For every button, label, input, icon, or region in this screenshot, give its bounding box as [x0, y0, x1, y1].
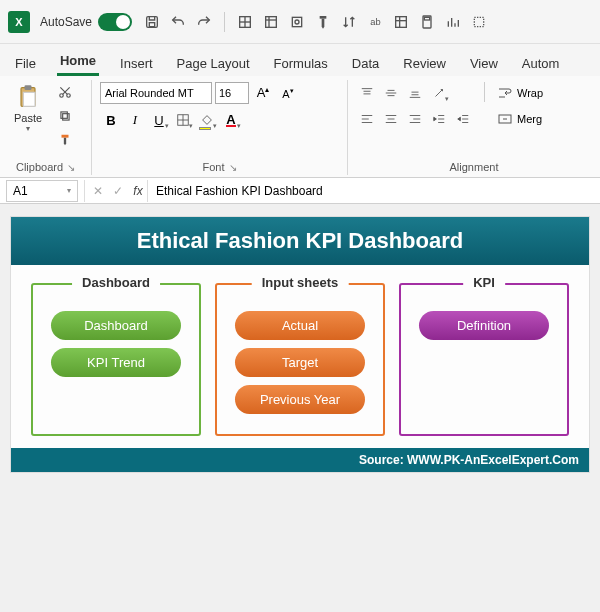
align-middle-button[interactable]	[380, 82, 402, 104]
autosave-toggle[interactable]	[98, 13, 132, 31]
svg-rect-11	[396, 16, 407, 27]
align-center-icon	[384, 112, 398, 126]
bucket-icon	[200, 113, 214, 127]
border-icon	[176, 113, 190, 127]
fill-color-button[interactable]: ▾	[196, 109, 218, 131]
tab-page-layout[interactable]: Page Layout	[174, 51, 253, 76]
borders-button[interactable]: ▾	[172, 109, 194, 131]
format-painter-button[interactable]	[54, 130, 76, 150]
orientation-icon	[432, 86, 446, 100]
align-right-icon	[408, 112, 422, 126]
ribbon-group-font: A▴ A▾ B I U▾ ▾ ▾ A▾ Font↘	[92, 80, 348, 175]
align-top-icon	[360, 86, 374, 100]
redo-icon[interactable]	[194, 12, 214, 32]
borders-icon[interactable]	[235, 12, 255, 32]
pill-kpi-trend[interactable]: KPI Trend	[51, 348, 181, 377]
underline-button[interactable]: U▾	[148, 109, 170, 131]
ribbon: Paste ▾ Clipboard↘ A▴ A▾ B I U▾ ▾	[0, 76, 600, 178]
tab-formulas[interactable]: Formulas	[271, 51, 331, 76]
excel-app-icon: X	[8, 11, 30, 33]
tab-review[interactable]: Review	[400, 51, 449, 76]
pill-definition[interactable]: Definition	[419, 311, 549, 340]
align-center-button[interactable]	[380, 108, 402, 130]
orientation-button[interactable]: ▾	[428, 82, 450, 104]
paste-button[interactable]: Paste ▾	[8, 82, 48, 133]
svg-rect-22	[25, 85, 32, 90]
table-icon[interactable]	[391, 12, 411, 32]
cancel-formula-button[interactable]: ✕	[89, 180, 107, 202]
clipboard-group-label: Clipboard	[16, 161, 63, 173]
decrease-font-button[interactable]: A▾	[277, 82, 299, 104]
panel-kpi-title: KPI	[463, 275, 505, 290]
merge-center-button[interactable]: Merg	[495, 108, 545, 130]
italic-button[interactable]: I	[124, 109, 146, 131]
dashboard-title: Ethical Fashion KPI Dashboard	[11, 217, 589, 265]
svg-rect-29	[61, 112, 67, 118]
font-name-input[interactable]	[100, 82, 212, 104]
insert-function-button[interactable]: fx	[129, 180, 147, 202]
dashboard-source: Source: WWW.PK-AnExcelExpert.Com	[11, 448, 589, 472]
bold-button[interactable]: B	[100, 109, 122, 131]
format-painter-icon[interactable]	[313, 12, 333, 32]
font-color-button[interactable]: A▾	[220, 109, 242, 131]
align-left-icon	[360, 112, 374, 126]
tab-view[interactable]: View	[467, 51, 501, 76]
calculator-icon[interactable]	[417, 12, 437, 32]
tab-file[interactable]: File	[12, 51, 39, 76]
print-area-icon[interactable]	[469, 12, 489, 32]
formula-bar: A1▾ ✕ ✓ fx	[0, 178, 600, 204]
tab-insert[interactable]: Insert	[117, 51, 156, 76]
svg-rect-23	[23, 92, 35, 106]
pill-actual[interactable]: Actual	[235, 311, 365, 340]
align-top-button[interactable]	[356, 82, 378, 104]
save-icon[interactable]	[142, 12, 162, 32]
paste-label: Paste	[14, 112, 42, 124]
inc-indent-icon	[456, 112, 470, 126]
paintbrush-icon	[58, 133, 72, 147]
increase-font-button[interactable]: A▴	[252, 82, 274, 104]
freeze-icon[interactable]	[261, 12, 281, 32]
decrease-indent-button[interactable]	[428, 108, 450, 130]
pill-previous-year[interactable]: Previous Year	[235, 385, 365, 414]
font-group-label: Font	[202, 161, 224, 173]
alignment-group-label: Alignment	[450, 161, 499, 173]
ribbon-tabs: File Home Insert Page Layout Formulas Da…	[0, 44, 600, 76]
wrap-icon	[497, 85, 513, 101]
macro-icon[interactable]	[287, 12, 307, 32]
divider	[484, 82, 485, 102]
cut-button[interactable]	[54, 82, 76, 102]
sort-icon[interactable]	[339, 12, 359, 32]
svg-point-9	[295, 20, 299, 24]
copy-button[interactable]	[54, 106, 76, 126]
pill-target[interactable]: Target	[235, 348, 365, 377]
divider	[224, 12, 225, 32]
formula-input[interactable]	[147, 180, 600, 202]
panel-input-title: Input sheets	[252, 275, 349, 290]
svg-rect-20	[474, 17, 483, 26]
chart-icon[interactable]	[443, 12, 463, 32]
svg-rect-5	[266, 16, 277, 27]
increase-indent-button[interactable]	[452, 108, 474, 130]
svg-rect-28	[63, 114, 69, 120]
text-icon[interactable]: ab	[365, 12, 385, 32]
tab-data[interactable]: Data	[349, 51, 382, 76]
undo-icon[interactable]	[168, 12, 188, 32]
tab-automate[interactable]: Autom	[519, 51, 563, 76]
ribbon-group-clipboard: Paste ▾ Clipboard↘	[0, 80, 92, 175]
clipboard-launcher[interactable]: ↘	[67, 162, 75, 173]
align-left-button[interactable]	[356, 108, 378, 130]
align-middle-icon	[384, 86, 398, 100]
wrap-text-button[interactable]: Wrap	[495, 82, 545, 104]
name-box[interactable]: A1▾	[6, 180, 78, 202]
align-right-button[interactable]	[404, 108, 426, 130]
svg-text:ab: ab	[370, 17, 380, 27]
font-size-input[interactable]	[215, 82, 249, 104]
align-bottom-button[interactable]	[404, 82, 426, 104]
svg-rect-8	[292, 17, 301, 26]
font-launcher[interactable]: ↘	[229, 162, 237, 173]
confirm-formula-button[interactable]: ✓	[109, 180, 127, 202]
worksheet-area: Ethical Fashion KPI Dashboard Dashboard …	[0, 204, 600, 485]
merge-icon	[497, 111, 513, 127]
tab-home[interactable]: Home	[57, 48, 99, 76]
pill-dashboard[interactable]: Dashboard	[51, 311, 181, 340]
